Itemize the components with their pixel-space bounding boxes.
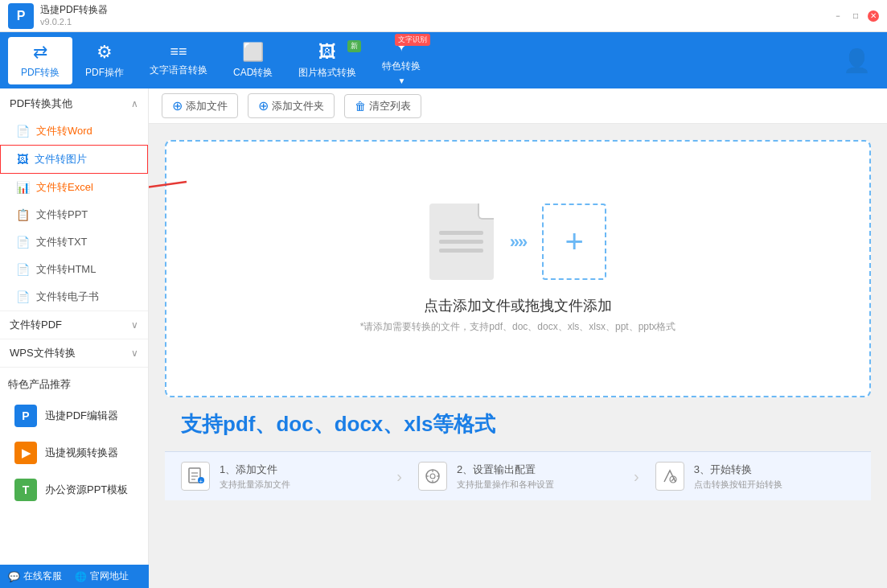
main-layout: PDF转换其他 ∧ 📄 文件转Word 🖼 文件转图片 📊 文件转Excel 📋… [0,88,887,588]
pdf-convert-icon: ⇄ [33,42,47,63]
online-service-link[interactable]: 💬 在线客服 [8,569,62,583]
close-button[interactable]: ✕ [868,10,879,22]
doc-line-2 [439,240,483,244]
svg-text:+: + [199,478,203,485]
convert-arrow-icon: »» [510,232,526,253]
feature-dropdown-icon: ▼ [397,76,405,85]
to-word-label: 文件转Word [36,124,92,138]
drop-main-text: 点击添加文件或拖拽文件添加 [424,296,612,315]
svg-point-9 [430,474,435,479]
toolbar-pdf-ops[interactable]: ⚙ PDF操作 [72,37,137,84]
add-file-icon: ⊕ [172,98,183,113]
maximize-button[interactable]: □ [850,10,861,22]
cad-icon: ⬜ [242,42,264,63]
sidebar-item-to-excel[interactable]: 📊 文件转Excel [0,174,148,201]
toolbar-feature[interactable]: 文字识别 ✦ 特色转换 ▼ [369,31,433,90]
add-folder-button[interactable]: ⊕ 添加文件夹 [248,93,335,118]
titlebar-left: P 迅捷PDF转换器 v9.0.2.1 [8,3,108,29]
sidebar-item-to-ppt[interactable]: 📋 文件转PPT [0,201,148,228]
to-pdf-title: 文件转PDF [10,318,62,332]
toolbar-image[interactable]: 新 🖼 图片格式转换 [285,37,369,84]
text-voice-label: 文字语音转换 [150,64,207,77]
chat-icon: 💬 [8,571,20,582]
sidebar: PDF转换其他 ∧ 📄 文件转Word 🖼 文件转图片 📊 文件转Excel 📋… [0,88,149,588]
arrow-annotation [149,158,191,208]
text-recognition-badge: 文字识别 [395,34,430,46]
sidebar-item-to-html[interactable]: 📄 文件转HTML [0,256,148,283]
sidebar-section-pdf-other: PDF转换其他 ∧ 📄 文件转Word 🖼 文件转图片 📊 文件转Excel 📋… [0,88,148,311]
chevron-down-icon-1: ∨ [131,319,138,331]
step-divider-1: › [396,467,402,486]
steps-bar: + 1、添加文件 支持批量添加文件 › 2、设置输出配置 支持批量操作和各种设置 [165,451,871,500]
step3-icon [655,462,684,491]
toolbar-pdf-convert[interactable]: ⇄ PDF转换 [8,37,72,84]
step-3: 3、开始转换 点击转换按钮开始转换 [655,462,855,491]
target-doc-icon: + [542,204,606,280]
add-folder-icon: ⊕ [258,98,269,113]
clear-list-button[interactable]: 🗑 清空列表 [344,94,421,118]
featured-ppt-templates[interactable]: T 办公资源PPT模板 [8,474,140,506]
add-file-button[interactable]: ⊕ 添加文件 [162,93,238,118]
official-site-link[interactable]: 🌐 官网地址 [75,569,129,583]
txt-icon: 📄 [16,236,30,249]
new-badge: 新 [347,40,361,52]
sidebar-item-to-ebook[interactable]: 📄 文件转电子书 [0,283,148,310]
content-area: ⊕ 添加文件 ⊕ 添加文件夹 🗑 清空列表 [149,88,887,588]
pdf-ops-icon: ⚙ [97,42,113,63]
add-file-label: 添加文件 [186,99,228,113]
toolbar-cad[interactable]: ⬜ CAD转换 [220,37,285,84]
featured-pdf-editor[interactable]: P 迅捷PDF编辑器 [8,400,140,432]
step1-text: 1、添加文件 支持批量添加文件 [220,463,290,491]
support-formats-text: 支持pdf、doc、docx、xls等格式 [165,410,871,438]
globe-icon: 🌐 [75,571,87,582]
drop-icons: »» + [429,204,606,280]
minimize-button[interactable]: － [832,10,844,22]
image-file-icon: 🖼 [17,153,28,166]
sidebar-section-header-to-pdf[interactable]: 文件转PDF ∨ [0,311,148,339]
pdf-convert-label: PDF转换 [21,66,60,80]
sidebar-item-to-image[interactable]: 🖼 文件转图片 [0,145,148,174]
text-voice-icon: ≡≡ [170,43,187,60]
featured-title: 特色产品推荐 [8,377,140,392]
step2-icon [418,462,447,491]
official-site-label: 官网地址 [90,569,129,583]
doc-line-3 [439,249,483,253]
user-profile-button[interactable]: 👤 [835,44,879,77]
ebook-icon: 📄 [16,290,30,303]
step3-desc: 点击转换按钮开始转换 [694,479,782,491]
to-ebook-label: 文件转电子书 [36,290,99,304]
to-txt-label: 文件转TXT [36,235,88,249]
step3-text: 3、开始转换 点击转换按钮开始转换 [694,463,782,491]
word-icon: 📄 [16,125,30,138]
to-excel-label: 文件转Excel [36,180,93,195]
to-html-label: 文件转HTML [36,262,96,277]
html-icon: 📄 [16,263,30,276]
titlebar: P 迅捷PDF转换器 v9.0.2.1 － □ ✕ [0,0,887,32]
sidebar-section-wps: WPS文件转换 ∨ [0,339,148,368]
sidebar-section-header-wps[interactable]: WPS文件转换 ∨ [0,339,148,367]
wps-title: WPS文件转换 [10,346,76,360]
sidebar-item-to-txt[interactable]: 📄 文件转TXT [0,228,148,256]
file-dropzone[interactable]: »» + 点击添加文件或拖拽文件添加 *请添加需要转换的文件，支持pdf、doc… [165,140,871,397]
to-image-label: 文件转图片 [35,152,87,167]
ppt-templates-label: 办公资源PPT模板 [45,483,128,497]
excel-icon: 📊 [16,181,30,194]
sidebar-section-header-pdf-other[interactable]: PDF转换其他 ∧ [0,88,148,117]
step-divider-2: › [634,467,639,486]
featured-video-converter[interactable]: ▶ 迅捷视频转换器 [8,437,140,469]
step2-num: 2、设置输出配置 [457,463,554,477]
step1-desc: 支持批量添加文件 [220,479,290,491]
sidebar-footer: 💬 在线客服 🌐 官网地址 [0,565,149,588]
add-folder-label: 添加文件夹 [272,99,324,113]
sidebar-section-title-pdf-other: PDF转换其他 [10,97,72,111]
to-ppt-label: 文件转PPT [36,208,88,222]
image-label: 图片格式转换 [298,66,356,80]
image-icon: 🖼 [318,42,336,63]
sidebar-item-to-word[interactable]: 📄 文件转Word [0,117,148,145]
drop-sub-text: *请添加需要转换的文件，支持pdf、doc、docx、xls、xlsx、ppt、… [360,320,676,334]
app-logo: P [8,3,34,29]
toolbar-text-voice[interactable]: ≡≡ 文字语音转换 [137,39,220,82]
featured-items-list: P 迅捷PDF编辑器 ▶ 迅捷视频转换器 T 办公资源PPT模板 [8,400,140,506]
step1-num: 1、添加文件 [220,463,290,477]
app-name: 迅捷PDF转换器 v9.0.2.1 [40,4,108,28]
